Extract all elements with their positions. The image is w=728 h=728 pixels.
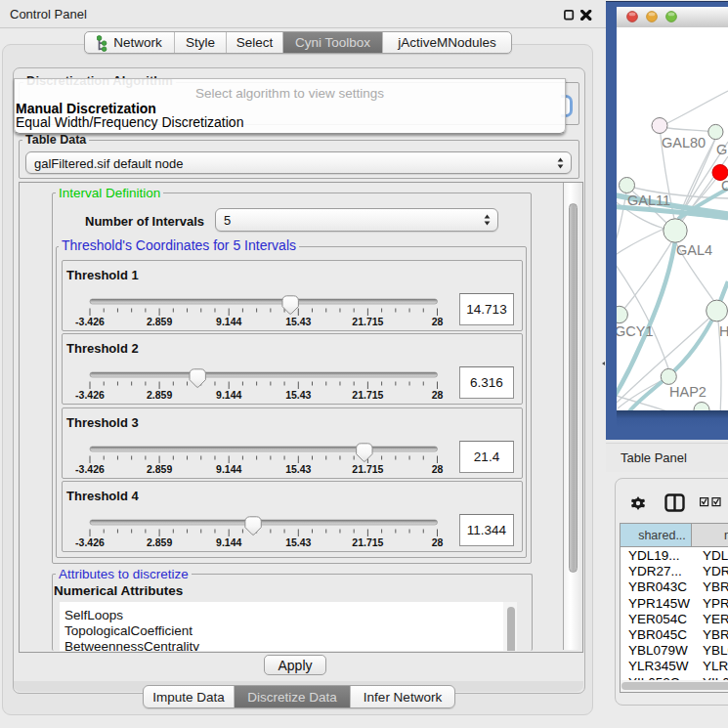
svg-text:2.859: 2.859 — [147, 389, 172, 401]
svg-text:21.715: 21.715 — [352, 463, 383, 475]
svg-text:15.43: 15.43 — [285, 389, 311, 401]
svg-text:28: 28 — [432, 536, 444, 548]
svg-text:-3.426: -3.426 — [75, 463, 105, 475]
svg-text:15.43: 15.43 — [285, 463, 311, 475]
svg-text:2.859: 2.859 — [147, 463, 172, 475]
svg-text:-3.426: -3.426 — [75, 536, 105, 548]
svg-text:G: G — [716, 142, 727, 157]
svg-text:15.43: 15.43 — [285, 536, 311, 548]
svg-text:28: 28 — [432, 389, 444, 401]
svg-text:9.144: 9.144 — [216, 463, 241, 475]
svg-text:15.43: 15.43 — [285, 316, 311, 327]
svg-text:GCY1: GCY1 — [617, 323, 654, 339]
svg-text:28: 28 — [432, 463, 444, 475]
svg-text:-3.426: -3.426 — [75, 316, 105, 327]
svg-text:GAL11: GAL11 — [627, 193, 670, 208]
svg-text:C: C — [721, 178, 728, 193]
svg-text:21.715: 21.715 — [352, 389, 383, 401]
svg-text:9.144: 9.144 — [216, 536, 241, 548]
svg-text:2.859: 2.859 — [147, 316, 172, 327]
svg-text:9.144: 9.144 — [216, 389, 241, 401]
svg-text:9.144: 9.144 — [216, 316, 241, 327]
svg-text:28: 28 — [432, 316, 444, 327]
svg-text:GAL80: GAL80 — [662, 135, 706, 150]
svg-text:HAP2: HAP2 — [669, 384, 707, 400]
svg-text:H: H — [719, 323, 728, 339]
svg-text:21.715: 21.715 — [352, 316, 383, 327]
svg-text:21.715: 21.715 — [352, 536, 383, 548]
svg-text:GAL4: GAL4 — [676, 242, 712, 258]
svg-text:2.859: 2.859 — [147, 536, 172, 548]
svg-text:-3.426: -3.426 — [75, 389, 105, 401]
